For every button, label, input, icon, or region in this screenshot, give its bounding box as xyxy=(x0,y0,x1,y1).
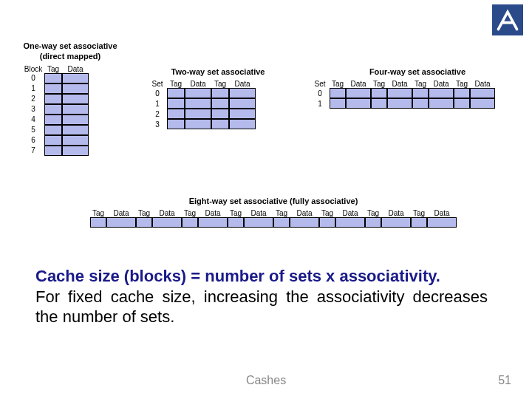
table-row: 3 xyxy=(148,119,288,129)
twoway-cache: Two-way set associative Set TagData TagD… xyxy=(148,66,288,129)
footer-topic: Cashes xyxy=(0,374,532,387)
institution-logo xyxy=(492,4,523,35)
oneway-cache: One-way set associative (direct mapped) … xyxy=(22,41,118,156)
table-row: 4 xyxy=(22,115,118,125)
oneway-title: One-way set associative (direct mapped) xyxy=(22,41,118,62)
formula-text: Cache size (blocks) = number of sets x a… xyxy=(35,266,488,287)
table-row: 5 xyxy=(22,125,118,135)
twoway-headers: Set TagData TagData xyxy=(148,80,288,88)
table-row: 1 xyxy=(148,98,288,109)
oneway-headers: Block Tag Data xyxy=(22,65,118,73)
eightway-cache: Eight-way set associative (fully associa… xyxy=(66,196,480,228)
table-row: 6 xyxy=(22,135,118,146)
eightway-headers: TagData TagData TagData TagData TagData … xyxy=(66,209,480,217)
fourway-title: Four-way set associative xyxy=(310,66,525,77)
table-row: 3 xyxy=(22,104,118,115)
table-row: 1 xyxy=(22,83,118,94)
table-row: 0 xyxy=(148,88,288,98)
table-row: 2 xyxy=(22,94,118,104)
description-text: For fixed cache size, increasing the ass… xyxy=(35,287,488,327)
table-row: 0 xyxy=(310,88,525,98)
explanation-text: Cache size (blocks) = number of sets x a… xyxy=(35,266,488,327)
eightway-title: Eight-way set associative (fully associa… xyxy=(66,196,480,206)
table-row: 0 xyxy=(22,73,118,83)
fourway-headers: Set TagData TagData TagData TagData xyxy=(310,80,525,88)
twoway-title: Two-way set associative xyxy=(148,66,288,77)
table-row: 1 xyxy=(310,98,525,109)
table-row xyxy=(90,217,457,228)
page-number: 51 xyxy=(498,374,511,387)
table-row: 7 xyxy=(22,146,118,156)
table-row: 2 xyxy=(148,109,288,119)
fourway-cache: Four-way set associative Set TagData Tag… xyxy=(310,66,525,109)
